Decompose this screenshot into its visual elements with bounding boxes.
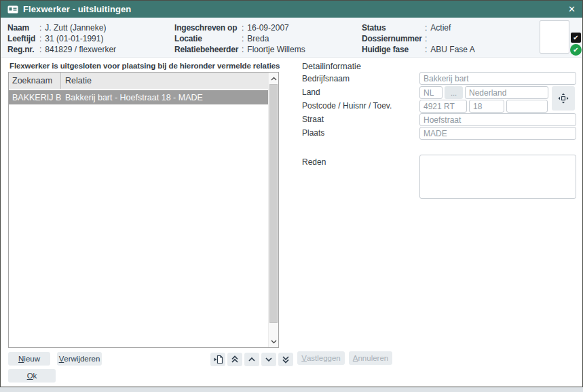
straat-label: Straat — [302, 115, 324, 124]
close-icon[interactable]: ✕ — [568, 5, 576, 14]
bedrijfsnaam-input[interactable] — [419, 72, 576, 85]
first-record-icon[interactable] — [227, 353, 242, 366]
map-locate-button[interactable] — [552, 86, 575, 111]
exclusions-list: Zoeknaam Relatie BAKKERIJ BA... Bakkerij… — [8, 72, 279, 348]
field-naam: Naam:J. Zutt (Janneke) — [7, 22, 116, 33]
cell-zoeknaam: BAKKERIJ BA... — [9, 90, 61, 104]
last-record-icon[interactable] — [278, 353, 293, 366]
annuleren-button[interactable]: Annuleren — [349, 351, 392, 365]
move-crosshair-icon — [558, 93, 569, 104]
scroll-up-icon[interactable] — [269, 73, 278, 83]
ok-button[interactable]: Ok — [8, 369, 56, 383]
header-column-3: Status:Actief Dossiernummer: Huidige fas… — [362, 22, 475, 55]
list-row[interactable]: BAKKERIJ BA... Bakkerij bart - Hoefstraa… — [9, 90, 268, 104]
screen: Flexwerker - uitsluitingen ✕ Naam:J. Zut… — [0, 0, 583, 392]
exclusions-caption: Flexwerker is uitgesloten voor plaatsing… — [10, 62, 280, 70]
window-title: Flexwerker - uitsluitingen — [23, 4, 131, 14]
photo-placeholder — [540, 20, 569, 54]
reden-label: Reden — [302, 157, 326, 167]
header-column-1: Naam:J. Zutt (Janneke) Leeftijd:31 (01-0… — [7, 22, 116, 55]
straat-input[interactable] — [419, 113, 576, 126]
header-info: Naam:J. Zutt (Janneke) Leeftijd:31 (01-0… — [1, 18, 582, 58]
column-header-relatie[interactable]: Relatie — [61, 73, 268, 89]
dialog-flexwerker-uitsluitingen: Flexwerker - uitsluitingen ✕ Naam:J. Zut… — [0, 0, 583, 387]
land-browse-button[interactable]: ... — [445, 86, 463, 99]
field-ingeschreven-op: Ingeschreven op:16-09-2007 — [174, 22, 305, 33]
field-huidige-fase: Huidige fase:ABU Fase A — [362, 44, 475, 55]
field-locatie: Locatie:Breda — [174, 33, 305, 44]
bedrijfsnaam-label: Bedrijfsnaam — [302, 74, 350, 83]
contact-card-icon — [7, 5, 18, 14]
landcode-input[interactable] — [419, 86, 443, 99]
field-regnr: Reg.nr.:841829 / flexwerker — [7, 44, 116, 55]
plaats-label: Plaats — [302, 128, 324, 138]
toevoeging-input[interactable] — [506, 100, 548, 113]
postcode-label: Postcode / Huisnr / Toev. — [302, 101, 392, 111]
plaats-input[interactable] — [419, 127, 576, 140]
scrollbar-thumb[interactable] — [269, 84, 278, 323]
record-navigation — [210, 353, 293, 366]
header-column-2: Ingeschreven op:16-09-2007 Locatie:Breda… — [174, 22, 305, 55]
nieuw-button[interactable]: Nieuw — [8, 352, 50, 366]
field-leeftijd: Leeftijd:31 (01-01-1991) — [7, 33, 116, 44]
next-record-icon[interactable] — [261, 353, 276, 366]
postcode-input[interactable] — [419, 100, 467, 113]
cell-relatie: Bakkerij bart - Hoefstraat 18 - MADE — [61, 90, 268, 104]
status-ok-icon: ✔ — [570, 44, 582, 56]
field-dossiernummer: Dossiernummer: — [362, 33, 475, 44]
huisnr-input[interactable] — [469, 100, 504, 113]
landnaam-input[interactable] — [465, 86, 548, 99]
list-header: Zoeknaam Relatie — [9, 73, 268, 89]
scroll-down-icon[interactable] — [269, 336, 278, 347]
previous-record-icon[interactable] — [244, 353, 259, 366]
field-relatiebeheerder: Relatiebeheerder:Floortje Willems — [174, 44, 305, 55]
field-status: Status:Actief — [362, 22, 475, 33]
checked-checkbox-icon[interactable]: ✔ — [571, 33, 581, 43]
column-header-zoeknaam[interactable]: Zoeknaam — [9, 73, 61, 89]
goto-record-icon[interactable] — [210, 353, 225, 366]
vastleggen-button[interactable]: Vastleggen — [297, 351, 345, 365]
verwijderen-button[interactable]: Verwijderen — [57, 352, 102, 366]
reden-textarea[interactable] — [419, 155, 576, 199]
titlebar[interactable]: Flexwerker - uitsluitingen ✕ — [1, 1, 582, 18]
detail-title: Detailinformatie — [302, 62, 361, 71]
vertical-scrollbar[interactable] — [268, 73, 278, 347]
land-label: Land — [302, 87, 320, 97]
